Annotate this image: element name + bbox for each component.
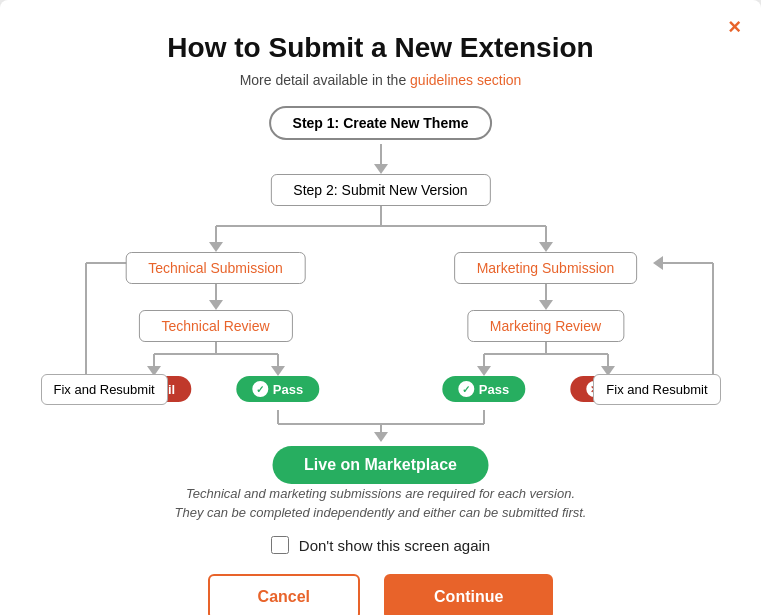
dont-show-checkbox[interactable] bbox=[271, 536, 289, 554]
modal-container: × How to Submit a New Extension More det… bbox=[0, 0, 761, 615]
step1-box: Step 1: Create New Theme bbox=[269, 106, 493, 140]
marketing-submission-label[interactable]: Marketing Submission bbox=[454, 252, 638, 284]
fix-resubmit-left: Fix and Resubmit bbox=[41, 374, 168, 405]
footer-line1: Technical and marketing submissions are … bbox=[40, 486, 721, 501]
cancel-button[interactable]: Cancel bbox=[208, 574, 360, 615]
step2-box: Step 2: Submit New Version bbox=[270, 174, 490, 206]
svg-marker-31 bbox=[653, 256, 663, 270]
dont-show-label[interactable]: Don't show this screen again bbox=[299, 537, 490, 554]
footer-section: Technical and marketing submissions are … bbox=[40, 486, 721, 520]
svg-marker-11 bbox=[539, 300, 553, 310]
svg-marker-36 bbox=[374, 432, 388, 442]
step1-label: Step 1: Create New Theme bbox=[269, 106, 493, 140]
modal-title: How to Submit a New Extension bbox=[40, 32, 721, 64]
fix-resubmit-right-label: Fix and Resubmit bbox=[593, 374, 720, 405]
flowchart: Step 1: Create New Theme Step 2: Submit … bbox=[40, 106, 721, 426]
tech-review-label[interactable]: Technical Review bbox=[138, 310, 292, 342]
svg-marker-1 bbox=[374, 164, 388, 174]
marketing-submission-box: Marketing Submission bbox=[454, 252, 638, 284]
continue-button[interactable]: Continue bbox=[384, 574, 553, 615]
pass-badge-right: ✓ Pass bbox=[442, 376, 525, 402]
modal-subtitle: More detail available in the guidelines … bbox=[40, 72, 721, 88]
live-marketplace-box: Live on Marketplace bbox=[272, 442, 489, 484]
svg-marker-21 bbox=[477, 366, 491, 376]
svg-marker-5 bbox=[209, 242, 223, 252]
svg-marker-9 bbox=[209, 300, 223, 310]
svg-marker-7 bbox=[539, 242, 553, 252]
marketing-review-label[interactable]: Marketing Review bbox=[467, 310, 624, 342]
guidelines-link[interactable]: guidelines section bbox=[410, 72, 521, 88]
tech-submission-box: Technical Submission bbox=[125, 252, 306, 284]
pass-icon-left: ✓ bbox=[252, 381, 268, 397]
pass-icon-right: ✓ bbox=[458, 381, 474, 397]
marketing-review-box: Marketing Review bbox=[467, 310, 624, 342]
footer-line2: They can be completed independently and … bbox=[40, 505, 721, 520]
fix-resubmit-left-label: Fix and Resubmit bbox=[41, 374, 168, 405]
checkbox-row: Don't show this screen again bbox=[40, 536, 721, 554]
button-row: Cancel Continue bbox=[40, 574, 721, 615]
svg-marker-17 bbox=[271, 366, 285, 376]
step2-label: Step 2: Submit New Version bbox=[270, 174, 490, 206]
fix-resubmit-right: Fix and Resubmit bbox=[593, 374, 720, 405]
live-marketplace-button[interactable]: Live on Marketplace bbox=[272, 446, 489, 484]
tech-review-box: Technical Review bbox=[138, 310, 292, 342]
close-button[interactable]: × bbox=[728, 16, 741, 38]
tech-submission-label[interactable]: Technical Submission bbox=[125, 252, 306, 284]
pass-badge-left: ✓ Pass bbox=[236, 376, 319, 402]
